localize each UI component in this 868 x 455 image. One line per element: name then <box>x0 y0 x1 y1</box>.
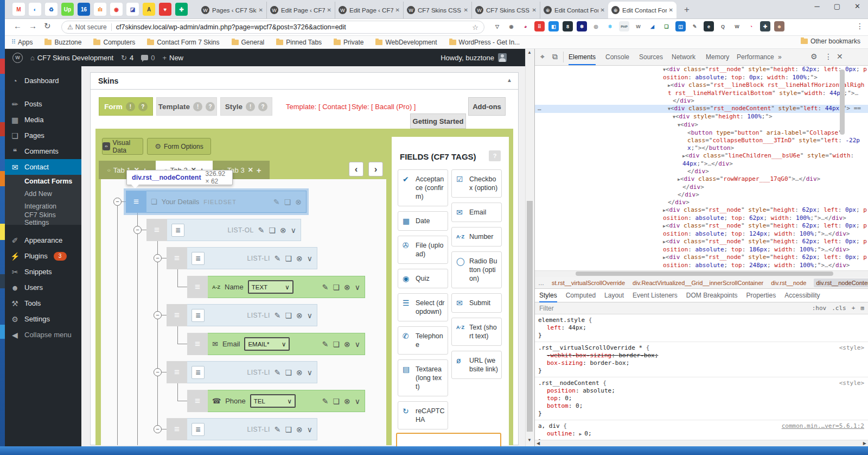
chevron-down-icon[interactable]: ∨ <box>307 254 312 263</box>
sidebar-item-posts[interactable]: ✏Posts <box>5 96 81 112</box>
bookmark-item[interactable]: General <box>232 39 265 46</box>
dom-node-line[interactable]: class="collapseButton___3TInD" style="le… <box>535 137 868 144</box>
extension-icon[interactable]: W <box>633 21 643 31</box>
tab-close-icon[interactable]: ✕ <box>464 7 468 13</box>
dom-node-line[interactable]: 44px;">…</div> <box>535 160 868 168</box>
styles-tab-accessibility[interactable]: Accessibility <box>784 289 820 302</box>
drag-handle[interactable]: ≡ <box>146 219 167 241</box>
field-button-url[interactable]: øURL (website link) <box>451 351 502 379</box>
dom-node-line[interactable]: </div> <box>535 97 868 105</box>
node-content[interactable]: ☎PhoneTEL∨✎❏⊗∨ <box>208 390 365 412</box>
other-bookmarks[interactable]: Other bookmarks <box>801 37 860 45</box>
scroll-up-icon[interactable]: ▲ <box>527 50 532 55</box>
extension-icon[interactable]: ✎ <box>690 21 700 31</box>
extension-icon[interactable]: ❄ <box>605 21 615 31</box>
chevron-down-icon[interactable]: ∨ <box>307 368 312 377</box>
breadcrumb-item[interactable]: div.rst__nodeContent <box>814 279 868 287</box>
extension-icon[interactable]: ☻ <box>774 21 784 31</box>
bookmark-item[interactable]: Contact Form 7 Skins <box>147 39 219 46</box>
dom-node-line[interactable]: ▶<div class="lineChildren___bsU6e" style… <box>535 152 868 160</box>
reload-button[interactable]: ↻ <box>44 21 51 31</box>
dom-node-line[interactable]: ▶<div class="rst__lineBlock rst__lineHal… <box>535 81 868 90</box>
elements-hscrollbar-thumb[interactable] <box>576 271 833 276</box>
field-button-submit[interactable]: ✉Submit <box>451 293 502 313</box>
extension-icon[interactable]: ◎ <box>591 21 601 31</box>
styles-tab-dom-breakpoints[interactable]: DOM Breakpoints <box>686 289 738 302</box>
styles-tab-computed[interactable]: Computed <box>566 289 596 302</box>
node-content[interactable]: ≣LIST-LI✎❏⊗∨ <box>187 247 317 269</box>
bookmark-item[interactable]: Pinned Tabs <box>276 39 322 46</box>
list-type-icon[interactable]: ≣ <box>192 423 205 436</box>
field-button-quiz[interactable]: ◉Quiz <box>398 269 448 288</box>
addons-button[interactable]: Add-ons <box>468 97 506 116</box>
scroll-down-icon[interactable]: ▼ <box>527 438 532 443</box>
drag-handle[interactable]: ≡ <box>187 390 208 412</box>
bookmark-item[interactable]: Computers <box>93 39 135 46</box>
browser-tab[interactable]: WPages ‹ CF7 Skins Te✕ <box>198 2 266 18</box>
remove-icon[interactable]: ⊗ <box>344 340 350 349</box>
sidebar-item-snippets[interactable]: ✂Snippets <box>5 264 81 280</box>
browser-tab[interactable]: ⊕Edit Contact Form ‹✕ <box>540 2 608 18</box>
field-button-checkbox[interactable]: ☑Checkbox (option) <box>451 169 502 198</box>
tab-template[interactable]: Template!? <box>156 97 217 116</box>
bookmark-star-icon[interactable]: ☆ <box>472 23 478 31</box>
account-menu[interactable]: Howdy, buzztone <box>441 53 507 62</box>
extension-icon[interactable]: ❄ <box>577 21 587 31</box>
edit-icon[interactable]: ✎ <box>322 340 329 349</box>
field-button-select[interactable]: ☰Select (dropdown) <box>398 293 448 321</box>
sidebar-item-settings[interactable]: ⚙Settings <box>5 311 81 327</box>
node-content[interactable]: ✉EmailEMAIL*∨✎❏⊗∨ <box>208 333 365 355</box>
url-text[interactable]: cf7skinsdev.local/wp-admin/admin.php?pag… <box>116 23 469 31</box>
visual-data-button[interactable]: ‹› Visual Data <box>102 138 143 155</box>
sidebar-subitem-add-new[interactable]: Add New <box>5 187 81 200</box>
field-button-file[interactable]: ✇File (upload) <box>398 236 448 264</box>
wp-logo[interactable]: W <box>12 53 23 63</box>
devtools-tab-memory[interactable]: Memory <box>706 49 729 65</box>
browser-menu-icon[interactable]: ⋮ <box>856 22 864 30</box>
drag-handle[interactable]: ≡ <box>126 191 146 213</box>
dom-node-line[interactable]: …▼<div class="rst__nodeContent" style="l… <box>535 105 868 113</box>
chevron-down-icon[interactable]: ∨ <box>355 397 360 406</box>
css-rule[interactable]: element.style {left: 44px;} <box>535 314 868 342</box>
duplicate-icon[interactable]: ❏ <box>269 226 276 235</box>
new-content-link[interactable]: + New <box>162 54 183 62</box>
alert-badge[interactable]: ! <box>126 102 135 111</box>
tab-close-icon[interactable]: ✕ <box>248 166 253 174</box>
dom-node-line[interactable]: osition: absolute; top: 186px; width: 10… <box>535 246 868 254</box>
sidebar-item-tools[interactable]: ⚒Tools <box>5 295 81 311</box>
list-type-icon[interactable]: ≣ <box>192 309 205 322</box>
dom-node-line[interactable]: osition: absolute; top: 0px; width: 100%… <box>535 74 868 81</box>
remove-icon[interactable]: ⊗ <box>280 226 286 235</box>
pinned-tab-favicon[interactable]: A <box>143 3 155 16</box>
drag-handle[interactable]: ≡ <box>167 247 187 269</box>
pinned-tab-favicon[interactable]: ♻ <box>45 3 58 16</box>
duplicate-icon[interactable]: ❏ <box>285 368 292 377</box>
dom-node-line[interactable]: x;"></button> <box>535 144 868 152</box>
extension-icon[interactable]: ⠿ <box>534 21 545 31</box>
dom-node-line[interactable]: ▶<div class="rowWrapper___17qG0">…</div> <box>535 175 868 184</box>
dom-node-line[interactable]: </div> <box>535 191 868 199</box>
sidebar-subitem-contact-forms[interactable]: Contact Forms <box>5 175 81 187</box>
node-content[interactable]: ≣LIST-LI✎❏⊗∨ <box>187 304 317 326</box>
css-property[interactable]: top: 0; <box>538 395 865 402</box>
sidebar-item-appearance[interactable]: ✐Appearance <box>5 232 81 248</box>
panel-collapse-icon[interactable]: ▲ <box>507 77 512 83</box>
field-button-text[interactable]: A·ZText (short text) <box>451 318 502 346</box>
tab-close-icon[interactable]: ✕ <box>532 7 537 13</box>
rule-source-link[interactable]: common.min.…ver=5.6.1:2 <box>782 422 864 430</box>
devtools-tab-»[interactable]: » <box>778 49 782 65</box>
drag-handle[interactable]: ≡ <box>167 304 187 326</box>
sidebar-item-contact[interactable]: ✉Contact <box>5 159 81 175</box>
extension-icon[interactable]: ◧ <box>548 21 559 31</box>
node-content[interactable]: ≣LIST-LI✎❏⊗∨ <box>187 418 317 440</box>
inspect-element-icon[interactable]: ⌖ <box>540 52 545 61</box>
dom-node-line[interactable]: ▼<div class="rst__node" style="height: 6… <box>535 66 868 74</box>
tree-collapse-toggle[interactable]: − <box>154 425 162 433</box>
dom-node-line[interactable]: osition: absolute; top: 248px; width: 10… <box>535 262 868 269</box>
filter-control[interactable]: ⊞ <box>860 305 864 312</box>
list-type-icon[interactable]: ≣ <box>192 252 205 265</box>
styles-tab-event-listeners[interactable]: Event Listeners <box>633 289 678 302</box>
scroll-left-icon[interactable]: ◀ <box>537 441 540 446</box>
fields-help-button[interactable]: ? <box>489 150 501 161</box>
pinned-tab-favicon[interactable]: ◐ <box>29 3 41 16</box>
